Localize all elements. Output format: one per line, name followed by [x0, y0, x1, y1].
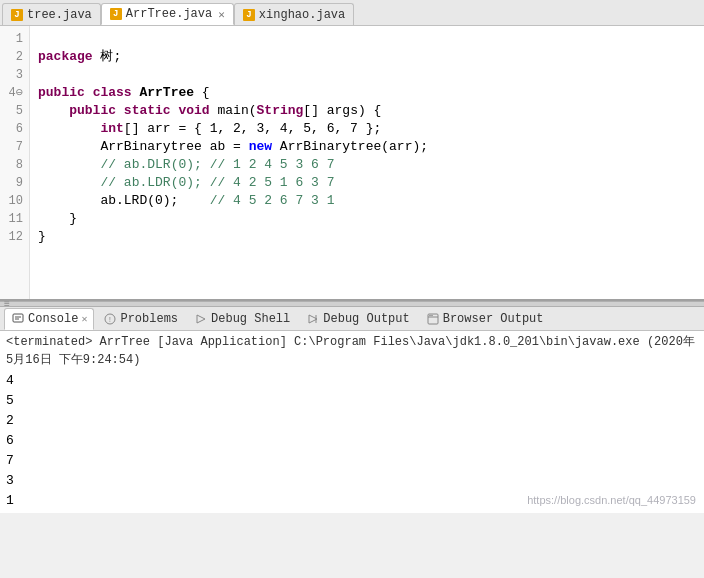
- console-tab-bar: Console ✕ ! Problems Debug Shell Debug O…: [0, 307, 704, 331]
- java-icon: J: [243, 9, 255, 21]
- svg-rect-0: [13, 314, 23, 322]
- debug-shell-icon: [194, 312, 208, 326]
- console-output: <terminated> ArrTree [Java Application] …: [0, 331, 704, 513]
- tab-close-icon[interactable]: ✕: [218, 8, 225, 21]
- tab-debug-output[interactable]: Debug Output: [299, 308, 416, 330]
- svg-point-11: [431, 314, 433, 316]
- tab-debug-shell[interactable]: Debug Shell: [187, 308, 297, 330]
- output-line-6: 3: [6, 471, 698, 491]
- debug-output-icon: [306, 312, 320, 326]
- tab-arrtree-java-label: ArrTree.java: [126, 7, 212, 21]
- browser-output-icon: [426, 312, 440, 326]
- output-line-4: 6: [6, 431, 698, 451]
- tab-problems[interactable]: ! Problems: [96, 308, 185, 330]
- tab-debug-shell-label: Debug Shell: [211, 312, 290, 326]
- svg-point-10: [429, 314, 431, 316]
- terminated-text: <terminated> ArrTree [Java Application] …: [6, 333, 698, 369]
- tab-arrtree-java[interactable]: J ArrTree.java ✕: [101, 3, 234, 25]
- svg-text:!: !: [108, 315, 113, 324]
- code-text[interactable]: package 树; public class ArrTree { public…: [30, 26, 704, 299]
- line-numbers: 1 2 3 4⊖ 5 6 7 8 9 10 11 12: [0, 26, 30, 299]
- java-icon: J: [110, 8, 122, 20]
- console-icon: [11, 312, 25, 326]
- output-line-5: 7: [6, 451, 698, 471]
- output-line-2: 5: [6, 391, 698, 411]
- java-icon: J: [11, 9, 23, 21]
- tab-console-label: Console: [28, 312, 78, 326]
- tab-browser-output[interactable]: Browser Output: [419, 308, 551, 330]
- editor-tab-bar: J tree.java J ArrTree.java ✕ J xinghao.j…: [0, 0, 704, 26]
- tab-problems-label: Problems: [120, 312, 178, 326]
- problems-icon: !: [103, 312, 117, 326]
- tab-debug-output-label: Debug Output: [323, 312, 409, 326]
- watermark: https://blog.csdn.net/qq_44973159: [527, 491, 696, 509]
- tab-browser-output-label: Browser Output: [443, 312, 544, 326]
- output-line-1: 4: [6, 371, 698, 391]
- code-editor: 1 2 3 4⊖ 5 6 7 8 9 10 11 12 package 树; p…: [0, 26, 704, 301]
- tab-console[interactable]: Console ✕: [4, 308, 94, 330]
- tab-xinghao-java[interactable]: J xinghao.java: [234, 3, 354, 25]
- output-line-3: 2: [6, 411, 698, 431]
- svg-marker-5: [197, 315, 205, 323]
- console-close-icon[interactable]: ✕: [81, 313, 87, 325]
- tab-tree-java-label: tree.java: [27, 8, 92, 22]
- tab-tree-java[interactable]: J tree.java: [2, 3, 101, 25]
- tab-xinghao-java-label: xinghao.java: [259, 8, 345, 22]
- console-panel: Console ✕ ! Problems Debug Shell Debug O…: [0, 307, 704, 513]
